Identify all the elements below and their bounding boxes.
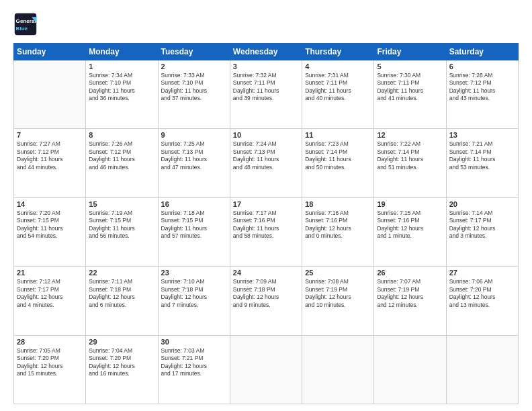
- day-info: Sunrise: 7:16 AMSunset: 7:16 PMDaylight:…: [305, 210, 371, 240]
- svg-text:General: General: [16, 18, 36, 24]
- day-info: Sunrise: 7:28 AMSunset: 7:12 PMDaylight:…: [449, 72, 515, 103]
- day-info: Sunrise: 7:12 AMSunset: 7:17 PMDaylight:…: [17, 278, 83, 309]
- week-row-5: 28Sunrise: 7:05 AMSunset: 7:20 PMDayligh…: [14, 335, 519, 404]
- calendar-cell: 15Sunrise: 7:19 AMSunset: 7:15 PMDayligh…: [86, 197, 158, 266]
- day-number: 2: [161, 62, 227, 71]
- calendar-cell: 28Sunrise: 7:05 AMSunset: 7:20 PMDayligh…: [14, 335, 86, 404]
- weekday-header-thursday: Thursday: [302, 44, 374, 60]
- weekday-header-sunday: Sunday: [14, 44, 86, 60]
- day-info: Sunrise: 7:19 AMSunset: 7:15 PMDaylight:…: [89, 210, 154, 240]
- day-number: 24: [233, 269, 299, 277]
- day-info: Sunrise: 7:30 AMSunset: 7:11 PMDaylight:…: [377, 72, 443, 103]
- day-info: Sunrise: 7:03 AMSunset: 7:21 PMDaylight:…: [161, 347, 227, 378]
- day-number: 20: [449, 200, 515, 208]
- calendar-cell: 16Sunrise: 7:18 AMSunset: 7:15 PMDayligh…: [158, 197, 230, 266]
- calendar-table: SundayMondayTuesdayWednesdayThursdayFrid…: [13, 43, 519, 404]
- day-number: 26: [377, 269, 443, 277]
- day-number: 14: [17, 200, 83, 208]
- calendar-cell: 23Sunrise: 7:10 AMSunset: 7:18 PMDayligh…: [158, 267, 230, 335]
- calendar-cell: 25Sunrise: 7:08 AMSunset: 7:19 PMDayligh…: [302, 267, 374, 335]
- day-number: 16: [161, 200, 227, 208]
- day-info: Sunrise: 7:06 AMSunset: 7:20 PMDaylight:…: [449, 278, 515, 309]
- day-number: 23: [161, 269, 227, 277]
- day-number: 29: [89, 338, 154, 346]
- calendar-cell: 18Sunrise: 7:16 AMSunset: 7:16 PMDayligh…: [302, 197, 374, 266]
- day-info: Sunrise: 7:18 AMSunset: 7:15 PMDaylight:…: [161, 210, 227, 240]
- day-number: 19: [377, 200, 443, 208]
- day-number: 8: [89, 131, 154, 139]
- day-number: 12: [377, 131, 443, 139]
- day-info: Sunrise: 7:23 AMSunset: 7:14 PMDaylight:…: [305, 140, 371, 171]
- day-info: Sunrise: 7:09 AMSunset: 7:18 PMDaylight:…: [233, 278, 299, 309]
- day-info: Sunrise: 7:26 AMSunset: 7:12 PMDaylight:…: [89, 140, 154, 171]
- day-info: Sunrise: 7:32 AMSunset: 7:11 PMDaylight:…: [233, 72, 299, 103]
- weekday-header-tuesday: Tuesday: [158, 44, 230, 60]
- day-number: 4: [305, 62, 371, 71]
- weekday-header-saturday: Saturday: [446, 44, 518, 60]
- day-info: Sunrise: 7:34 AMSunset: 7:10 PMDaylight:…: [89, 72, 154, 103]
- calendar-cell: 29Sunrise: 7:04 AMSunset: 7:20 PMDayligh…: [86, 335, 158, 404]
- weekday-header-row: SundayMondayTuesdayWednesdayThursdayFrid…: [14, 44, 519, 60]
- day-info: Sunrise: 7:08 AMSunset: 7:19 PMDaylight:…: [305, 278, 371, 309]
- day-info: Sunrise: 7:05 AMSunset: 7:20 PMDaylight:…: [17, 347, 83, 378]
- day-info: Sunrise: 7:11 AMSunset: 7:18 PMDaylight:…: [89, 278, 154, 309]
- day-number: 28: [17, 338, 83, 346]
- day-info: Sunrise: 7:10 AMSunset: 7:18 PMDaylight:…: [161, 278, 227, 309]
- calendar-cell: 2Sunrise: 7:33 AMSunset: 7:10 PMDaylight…: [158, 60, 230, 129]
- page: General Blue SundayMondayTuesdayWednesda…: [0, 0, 532, 411]
- day-info: Sunrise: 7:27 AMSunset: 7:12 PMDaylight:…: [17, 140, 83, 171]
- day-info: Sunrise: 7:21 AMSunset: 7:14 PMDaylight:…: [449, 140, 515, 171]
- day-number: 5: [377, 62, 443, 71]
- day-number: 30: [161, 338, 227, 346]
- day-number: 15: [89, 200, 154, 208]
- day-number: 7: [17, 131, 83, 139]
- day-info: Sunrise: 7:22 AMSunset: 7:14 PMDaylight:…: [377, 140, 443, 171]
- day-number: 13: [449, 131, 515, 139]
- calendar-cell: [302, 335, 374, 404]
- day-info: Sunrise: 7:33 AMSunset: 7:10 PMDaylight:…: [161, 72, 227, 103]
- day-info: Sunrise: 7:07 AMSunset: 7:19 PMDaylight:…: [377, 278, 443, 309]
- day-info: Sunrise: 7:04 AMSunset: 7:20 PMDaylight:…: [89, 347, 154, 378]
- calendar-cell: 17Sunrise: 7:17 AMSunset: 7:16 PMDayligh…: [230, 197, 302, 266]
- calendar-cell: 14Sunrise: 7:20 AMSunset: 7:15 PMDayligh…: [14, 197, 86, 266]
- calendar-cell: 9Sunrise: 7:25 AMSunset: 7:13 PMDaylight…: [158, 129, 230, 197]
- day-info: Sunrise: 7:15 AMSunset: 7:16 PMDaylight:…: [377, 210, 443, 240]
- calendar-cell: 7Sunrise: 7:27 AMSunset: 7:12 PMDaylight…: [14, 129, 86, 197]
- svg-text:Blue: Blue: [16, 26, 28, 32]
- calendar-cell: 22Sunrise: 7:11 AMSunset: 7:18 PMDayligh…: [86, 267, 158, 335]
- calendar-cell: 27Sunrise: 7:06 AMSunset: 7:20 PMDayligh…: [446, 267, 518, 335]
- calendar-cell: [14, 60, 86, 129]
- day-number: 18: [305, 200, 371, 208]
- day-info: Sunrise: 7:20 AMSunset: 7:15 PMDaylight:…: [17, 210, 83, 240]
- day-number: 3: [233, 62, 299, 71]
- calendar-cell: [446, 335, 518, 404]
- week-row-4: 21Sunrise: 7:12 AMSunset: 7:17 PMDayligh…: [14, 267, 519, 335]
- calendar-cell: 13Sunrise: 7:21 AMSunset: 7:14 PMDayligh…: [446, 129, 518, 197]
- calendar-cell: 3Sunrise: 7:32 AMSunset: 7:11 PMDaylight…: [230, 60, 302, 129]
- day-number: 27: [449, 269, 515, 277]
- day-number: 10: [233, 131, 299, 139]
- day-number: 1: [89, 62, 154, 71]
- day-number: 21: [17, 269, 83, 277]
- calendar-cell: 8Sunrise: 7:26 AMSunset: 7:12 PMDaylight…: [86, 129, 158, 197]
- day-number: 9: [161, 131, 227, 139]
- calendar-cell: 1Sunrise: 7:34 AMSunset: 7:10 PMDaylight…: [86, 60, 158, 129]
- day-number: 6: [449, 62, 515, 71]
- day-info: Sunrise: 7:24 AMSunset: 7:13 PMDaylight:…: [233, 140, 299, 171]
- calendar-cell: [374, 335, 446, 404]
- day-number: 25: [305, 269, 371, 277]
- calendar-cell: 24Sunrise: 7:09 AMSunset: 7:18 PMDayligh…: [230, 267, 302, 335]
- day-number: 22: [89, 269, 154, 277]
- day-info: Sunrise: 7:17 AMSunset: 7:16 PMDaylight:…: [233, 210, 299, 240]
- week-row-1: 1Sunrise: 7:34 AMSunset: 7:10 PMDaylight…: [14, 60, 519, 129]
- day-number: 11: [305, 131, 371, 139]
- day-number: 17: [233, 200, 299, 208]
- calendar-cell: 26Sunrise: 7:07 AMSunset: 7:19 PMDayligh…: [374, 267, 446, 335]
- calendar-cell: 10Sunrise: 7:24 AMSunset: 7:13 PMDayligh…: [230, 129, 302, 197]
- calendar-cell: 4Sunrise: 7:31 AMSunset: 7:11 PMDaylight…: [302, 60, 374, 129]
- calendar-cell: 19Sunrise: 7:15 AMSunset: 7:16 PMDayligh…: [374, 197, 446, 266]
- calendar-cell: 5Sunrise: 7:30 AMSunset: 7:11 PMDaylight…: [374, 60, 446, 129]
- weekday-header-monday: Monday: [86, 44, 158, 60]
- calendar-cell: 6Sunrise: 7:28 AMSunset: 7:12 PMDaylight…: [446, 60, 518, 129]
- calendar-cell: 20Sunrise: 7:14 AMSunset: 7:17 PMDayligh…: [446, 197, 518, 266]
